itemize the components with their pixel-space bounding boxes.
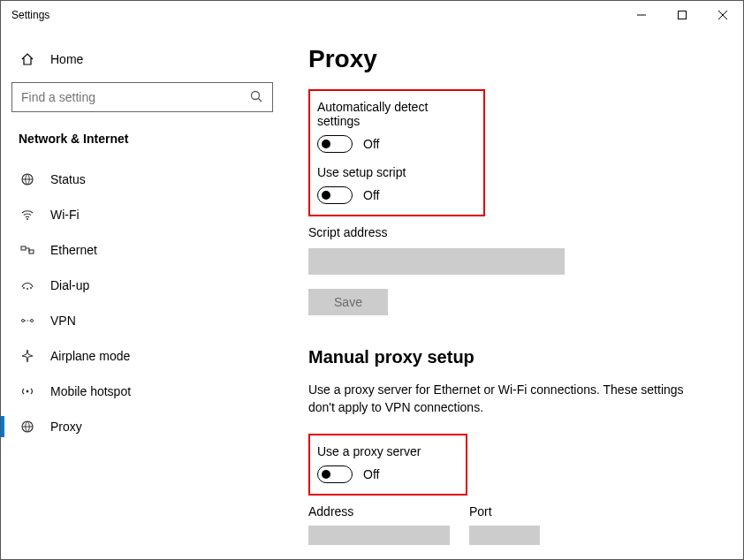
svg-point-16: [27, 390, 29, 393]
close-button[interactable]: [702, 1, 743, 29]
address-input[interactable]: [308, 526, 450, 545]
settings-window: Settings Home: [0, 0, 744, 560]
address-column: Address: [308, 504, 450, 545]
sidebar-item-label: Wi-Fi: [50, 208, 80, 222]
home-icon: [19, 52, 36, 66]
script-address-label: Script address: [308, 225, 717, 239]
sidebar-item-ethernet[interactable]: Ethernet: [11, 232, 273, 268]
svg-point-14: [31, 320, 34, 322]
search-input[interactable]: [21, 90, 249, 104]
toggle-knob: [322, 140, 330, 148]
address-label: Address: [308, 504, 450, 518]
svg-rect-1: [679, 11, 687, 19]
sidebar-section-title: Network & Internet: [11, 128, 273, 162]
use-proxy-state: Off: [363, 467, 379, 481]
home-button[interactable]: Home: [11, 43, 273, 75]
sidebar-item-label: Airplane mode: [50, 349, 130, 363]
port-column: Port: [469, 504, 540, 545]
wifi-icon: [19, 208, 36, 222]
sidebar-item-label: Dial-up: [50, 278, 89, 292]
svg-point-12: [30, 287, 32, 289]
sidebar-item-status[interactable]: Status: [11, 162, 273, 197]
minimize-icon: [637, 11, 646, 19]
auto-detect-label: Automatically detect settings: [317, 100, 473, 128]
content: Proxy Automatically detect settings Off …: [284, 29, 743, 559]
use-script-state: Off: [363, 188, 379, 202]
page-title: Proxy: [308, 45, 717, 73]
use-proxy-toggle-row: Off: [317, 465, 455, 483]
svg-point-11: [27, 288, 28, 290]
toggle-knob: [322, 470, 330, 479]
airplane-icon: [19, 349, 36, 363]
manual-proxy-heading: Manual proxy setup: [308, 347, 717, 367]
vpn-icon: [19, 314, 36, 328]
minimize-button[interactable]: [621, 1, 662, 29]
manual-proxy-description: Use a proxy server for Ethernet or Wi-Fi…: [308, 382, 688, 416]
sidebar-item-label: Mobile hotspot: [50, 384, 131, 398]
svg-point-7: [27, 218, 28, 220]
maximize-button[interactable]: [662, 1, 702, 29]
save-button[interactable]: Save: [308, 289, 388, 315]
search-icon: [249, 89, 263, 106]
sidebar-item-label: Ethernet: [50, 243, 97, 257]
sidebar-item-label: Proxy: [50, 420, 82, 434]
highlight-box-proxy: Use a proxy server Off: [308, 434, 467, 496]
dialup-icon: [19, 278, 36, 292]
svg-point-13: [22, 320, 25, 322]
highlight-box-auto: Automatically detect settings Off Use se…: [308, 89, 485, 216]
svg-rect-9: [29, 250, 34, 254]
port-input[interactable]: [469, 526, 540, 545]
address-port-row: Address Port: [308, 504, 717, 545]
svg-point-4: [252, 91, 260, 99]
body: Home Network & Internet Status Wi-Fi: [1, 29, 743, 559]
sidebar-item-label: VPN: [50, 314, 76, 328]
sidebar-item-hotspot[interactable]: Mobile hotspot: [11, 374, 273, 409]
hotspot-icon: [19, 384, 36, 398]
search-input-container[interactable]: [11, 82, 273, 112]
home-label: Home: [50, 52, 83, 66]
ethernet-icon: [19, 243, 36, 257]
window-controls: [621, 1, 743, 29]
auto-detect-state: Off: [363, 137, 379, 151]
svg-rect-8: [21, 246, 26, 250]
proxy-icon: [19, 420, 36, 434]
sidebar-item-wifi[interactable]: Wi-Fi: [11, 197, 273, 232]
auto-detect-toggle-row: Off: [317, 135, 473, 153]
sidebar-item-vpn[interactable]: VPN: [11, 303, 273, 338]
sidebar-item-airplane[interactable]: Airplane mode: [11, 338, 273, 374]
titlebar: Settings: [1, 1, 743, 29]
toggle-knob: [322, 191, 330, 200]
sidebar-item-label: Status: [50, 172, 86, 186]
svg-line-5: [259, 98, 262, 102]
use-proxy-label: Use a proxy server: [317, 444, 455, 458]
use-script-label: Use setup script: [317, 165, 473, 179]
close-icon: [718, 11, 727, 19]
sidebar: Home Network & Internet Status Wi-Fi: [1, 29, 284, 559]
maximize-icon: [678, 11, 687, 19]
use-script-toggle[interactable]: [317, 186, 353, 204]
port-label: Port: [469, 504, 540, 518]
use-proxy-toggle[interactable]: [317, 465, 353, 483]
sidebar-item-dialup[interactable]: Dial-up: [11, 268, 273, 303]
svg-point-10: [23, 287, 25, 289]
use-script-toggle-row: Off: [317, 186, 473, 204]
auto-detect-toggle[interactable]: [317, 135, 353, 153]
window-title: Settings: [11, 9, 621, 21]
status-icon: [19, 172, 36, 186]
sidebar-item-proxy[interactable]: Proxy: [11, 409, 273, 444]
script-address-input[interactable]: [308, 248, 565, 275]
